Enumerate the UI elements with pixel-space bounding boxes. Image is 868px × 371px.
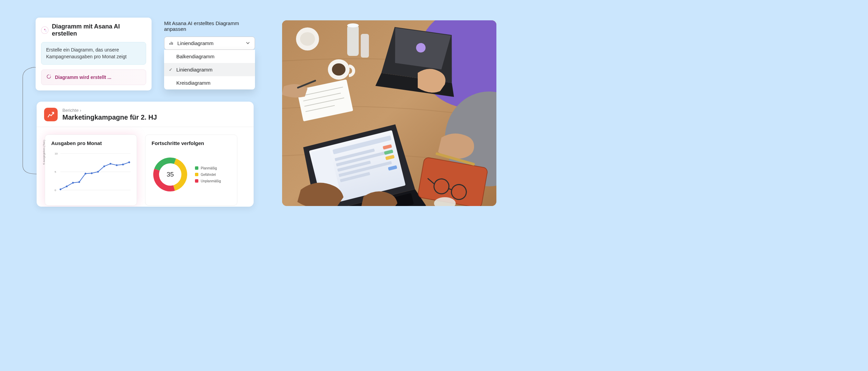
report-icon: [44, 108, 58, 121]
svg-point-13: [91, 172, 93, 174]
legend-item-at-risk: Gefährdet: [195, 173, 221, 177]
option-bar[interactable]: Balkendiagramm: [164, 50, 255, 63]
widget-title: Ausgaben pro Monat: [51, 140, 131, 146]
ai-create-chart-card: Diagramm mit Asana AI erstellen Erstelle…: [36, 18, 152, 90]
chart-type-select[interactable]: Liniendiagramm: [164, 37, 255, 50]
swatch-red: [195, 179, 198, 183]
svg-rect-3: [171, 42, 172, 45]
svg-point-8: [60, 188, 61, 190]
svg-point-17: [116, 164, 118, 166]
svg-point-10: [72, 182, 74, 184]
donut-legend: Planmäßig Gefährdet Unplanmäßig: [195, 166, 221, 183]
svg-rect-2: [170, 43, 170, 45]
widget-track-progress[interactable]: Fortschritte verfolgen 35 Planmäßig: [145, 135, 237, 206]
swatch-green: [195, 166, 198, 170]
svg-point-9: [66, 186, 67, 187]
svg-point-31: [347, 23, 359, 27]
line-chart-icon: [169, 40, 174, 46]
svg-rect-30: [347, 25, 359, 56]
dashboard-title: Marketingkampagne für 2. HJ: [62, 114, 157, 121]
svg-point-29: [332, 63, 346, 76]
ai-status-text: Diagramm wird erstellt ...: [55, 75, 112, 80]
line-chart: € ausgegeben (Tsd.) 10 5 0: [51, 151, 131, 198]
widget-title: Fortschritte verfolgen: [152, 140, 231, 146]
ai-prompt-input[interactable]: Erstelle ein Diagramm, das unsere Kampag…: [41, 42, 146, 65]
chevron-down-icon: [246, 40, 250, 46]
check-icon: ✓: [169, 67, 173, 72]
meeting-photo: [282, 20, 496, 206]
dropdown-label: Mit Asana AI erstelltes Diagramm anpasse…: [164, 20, 255, 32]
legend-item-on-track: Planmäßig: [195, 166, 221, 170]
svg-rect-32: [361, 34, 369, 58]
svg-point-16: [110, 163, 111, 165]
ai-card-title: Diagramm mit Asana AI erstellen: [52, 23, 146, 37]
svg-point-15: [103, 165, 105, 167]
chart-type-options: Balkendiagramm ✓ Liniendiagramm Kreisdia…: [164, 50, 255, 89]
breadcrumb[interactable]: Berichte ›: [62, 108, 157, 113]
widget-spending-per-month[interactable]: Ausgaben pro Monat € ausgegeben (Tsd.) 1…: [45, 135, 137, 206]
donut-chart: 35: [152, 156, 189, 193]
svg-point-19: [129, 161, 130, 163]
dashboard-card: Berichte › Marketingkampagne für 2. HJ A…: [37, 102, 254, 207]
sparkle-loading-icon: [46, 74, 52, 81]
sparkle-ai-icon: [41, 26, 48, 34]
svg-rect-4: [172, 42, 173, 45]
y-axis-label: € ausgegeben (Tsd.): [42, 140, 45, 165]
donut-center-value: 35: [159, 163, 181, 186]
svg-point-11: [78, 181, 80, 183]
select-value: Liniendiagramm: [177, 40, 214, 46]
svg-point-12: [85, 173, 86, 174]
option-line[interactable]: ✓ Liniendiagramm: [164, 63, 255, 76]
ai-status-row: Diagramm wird erstellt ...: [41, 69, 146, 85]
swatch-yellow: [195, 173, 198, 176]
option-pie[interactable]: Kreisdiagramm: [164, 76, 255, 89]
legend-item-off-track: Unplanmäßig: [195, 179, 221, 183]
svg-point-27: [300, 32, 315, 46]
svg-point-14: [97, 171, 99, 172]
svg-point-18: [122, 164, 124, 165]
